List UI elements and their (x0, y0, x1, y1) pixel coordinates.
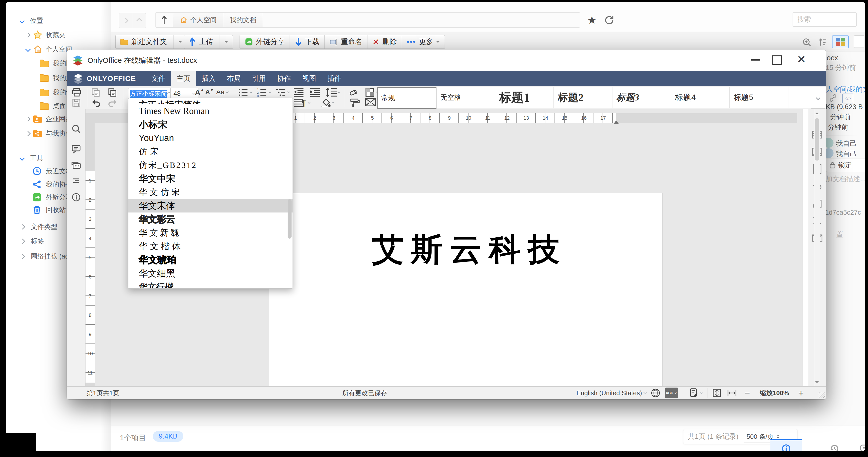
style-heading1[interactable]: 标题1 (495, 87, 554, 108)
bullet-list-icon[interactable] (238, 88, 252, 97)
undo-icon[interactable] (91, 98, 101, 107)
style-normal[interactable]: 常规 (377, 87, 436, 109)
grid-view-button[interactable] (832, 35, 849, 48)
upload-button[interactable]: 上传 (184, 35, 233, 49)
refresh-icon[interactable] (604, 15, 615, 26)
font-option[interactable]: 华文仿宋 (128, 186, 292, 199)
style-gallery-expand-button[interactable] (811, 87, 825, 108)
tab-file[interactable]: 文件 (146, 71, 171, 86)
copy-style-roller-icon[interactable] (349, 98, 360, 107)
minimize-icon[interactable] (751, 59, 760, 61)
tab-insert[interactable]: 插入 (196, 71, 221, 86)
chevron-right-icon[interactable] (25, 32, 31, 37)
tab-references[interactable]: 引用 (246, 71, 272, 86)
details-description-placeholder[interactable]: 加文档描述... (826, 174, 865, 184)
zoom-level[interactable]: 缩放100% (760, 387, 789, 399)
close-icon[interactable]: ✕ (797, 54, 806, 65)
breadcrumb-current[interactable]: 我的文档 (223, 13, 263, 27)
upload-dropdown[interactable] (220, 35, 232, 48)
copy-icon[interactable] (91, 88, 100, 97)
tab-comments[interactable] (850, 440, 865, 451)
editor-title-bar[interactable]: OnlyOffice 在线编辑器 - test.docx ✕ (67, 50, 826, 71)
font-option[interactable]: 华文新魏 (128, 226, 293, 239)
spellcheck-language-icon[interactable] (651, 387, 660, 399)
tab-history[interactable] (819, 440, 850, 451)
font-option[interactable]: 小标宋 (128, 118, 292, 131)
document-page[interactable]: 艾斯云科技 (269, 193, 663, 399)
vertical-ruler[interactable]: 1234567891011 (86, 123, 95, 387)
decrease-font-icon[interactable]: A▼ (205, 88, 214, 96)
sidebar-item-favorites[interactable]: 收藏夹 (6, 29, 110, 41)
document-title-text[interactable]: 艾斯云科技 (269, 228, 662, 271)
style-heading4[interactable]: 标题4 (671, 87, 730, 108)
decrease-indent-icon[interactable] (293, 88, 304, 97)
delete-button[interactable]: ✕ 删除 (368, 35, 402, 48)
forward-button[interactable] (132, 13, 146, 28)
search-input[interactable] (793, 12, 857, 27)
save-icon[interactable] (72, 98, 81, 107)
numbered-list-icon[interactable]: 123 (257, 88, 271, 97)
font-option[interactable]: YouYuan (128, 131, 292, 145)
chevron-right-icon[interactable] (20, 224, 25, 229)
font-option[interactable]: 华文彩云 (128, 213, 292, 226)
more-button[interactable]: ••• 更多 (402, 35, 445, 48)
tab-layout[interactable]: 布局 (221, 71, 246, 86)
increase-font-icon[interactable]: A▲ (195, 88, 204, 97)
font-option[interactable]: 华文细黑 (128, 267, 292, 280)
change-case-icon[interactable]: Aa (216, 88, 228, 96)
resize-handle[interactable] (819, 392, 825, 398)
style-heading2[interactable]: 标题2 (554, 87, 613, 108)
tab-details-info[interactable] (770, 439, 802, 451)
up-button[interactable] (156, 15, 173, 25)
tab-view[interactable]: 视图 (297, 71, 322, 86)
increase-indent-icon[interactable] (310, 88, 320, 97)
breadcrumb-root[interactable]: 个人空间 (173, 13, 223, 27)
embed-code-icon[interactable]: </> (842, 94, 853, 103)
style-heading3[interactable]: 标题3 (613, 87, 671, 108)
page-count[interactable]: 第1页共1页 (87, 387, 119, 399)
tab-collaboration[interactable]: 协作 (272, 71, 297, 86)
font-name-input[interactable]: 方正小标宋简 (128, 88, 172, 99)
zoom-in-button[interactable]: + (798, 387, 804, 399)
fit-page-icon[interactable] (712, 387, 721, 399)
details-path-link[interactable]: 人空间/我的文 (826, 85, 865, 94)
font-option[interactable]: 仿宋 (128, 145, 292, 158)
font-option[interactable]: Times New Roman (128, 104, 292, 118)
chat-icon[interactable] (71, 161, 81, 171)
font-option[interactable]: 仿宋_GB2312 (128, 158, 292, 172)
chevron-down-icon[interactable] (20, 18, 25, 23)
tab-home[interactable]: 主页 (171, 71, 196, 86)
font-option[interactable]: 华文琥珀 (128, 253, 292, 267)
font-option-clipped-top[interactable]: 方正小标宋简体 (128, 98, 292, 104)
shading-bucket-icon[interactable] (321, 98, 334, 107)
chevron-right-icon[interactable] (20, 254, 25, 259)
right-indent-marker[interactable] (614, 118, 619, 124)
paragraph-mark-icon[interactable]: ¶ (302, 98, 310, 108)
about-info-icon[interactable] (71, 192, 81, 202)
rename-button[interactable]: 重命名 (324, 35, 368, 48)
font-option-selected[interactable]: 华文宋体 (128, 199, 292, 213)
sidebar-item-locations[interactable]: 位置 (6, 15, 110, 27)
font-size-select[interactable]: 48 (170, 88, 198, 99)
style-heading5[interactable]: 标题5 (730, 87, 788, 108)
maximize-icon[interactable] (772, 56, 782, 65)
navigation-headings-icon[interactable] (71, 176, 81, 187)
download-button[interactable]: 下载 (290, 35, 324, 48)
document-scrollbar[interactable] (814, 109, 820, 387)
list-view-button[interactable] (854, 35, 864, 48)
tab-plugins[interactable]: 插件 (322, 71, 347, 86)
paste-icon[interactable] (108, 88, 117, 97)
spellcheck-toggle[interactable]: ABC✓ (665, 388, 678, 398)
style-no-space[interactable]: 无空格 (436, 87, 495, 108)
new-folder-button[interactable]: 新建文件夹 (115, 35, 187, 49)
track-changes-icon[interactable] (690, 387, 702, 399)
clear-style-icon[interactable] (349, 88, 360, 97)
chevron-right-icon[interactable] (25, 131, 31, 136)
chevron-right-icon[interactable] (25, 116, 31, 121)
chevron-down-icon[interactable] (25, 46, 31, 52)
link-icon[interactable] (829, 94, 837, 102)
font-option-clipped-bottom[interactable]: 华文行楷 (128, 280, 292, 289)
table-shading-icon[interactable] (365, 88, 378, 97)
ext-share-button[interactable]: 外链分享 (240, 35, 290, 48)
chevron-down-icon[interactable] (20, 155, 25, 161)
